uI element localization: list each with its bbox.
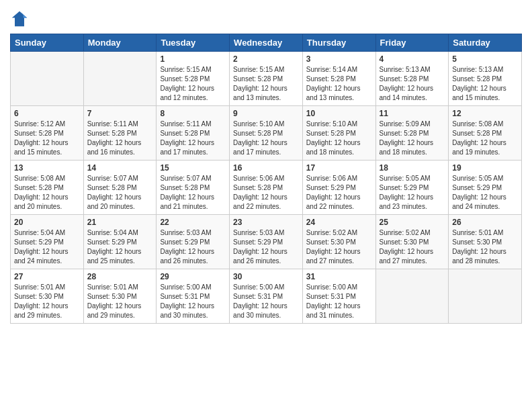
calendar-cell [83,52,157,106]
day-number: 21 [87,218,153,227]
day-number: 11 [380,109,445,118]
day-header-tuesday: Tuesday [157,34,230,52]
week-row-3: 13Sunrise: 5:08 AMSunset: 5:28 PMDayligh… [11,161,522,215]
day-number: 22 [160,218,226,227]
week-row-5: 27Sunrise: 5:01 AMSunset: 5:30 PMDayligh… [11,269,522,324]
day-info: Sunrise: 5:01 AMSunset: 5:30 PMDaylight:… [14,283,80,320]
calendar-cell: 14Sunrise: 5:07 AMSunset: 5:28 PMDayligh… [83,161,157,215]
day-header-saturday: Saturday [449,34,522,52]
calendar-cell [375,269,449,324]
header-row: SundayMondayTuesdayWednesdayThursdayFrid… [11,34,522,52]
day-header-friday: Friday [375,34,449,52]
week-row-4: 20Sunrise: 5:04 AMSunset: 5:29 PMDayligh… [11,215,522,269]
calendar-cell: 27Sunrise: 5:01 AMSunset: 5:30 PMDayligh… [11,269,84,324]
day-info: Sunrise: 5:04 AMSunset: 5:29 PMDaylight:… [14,228,80,266]
day-number: 4 [380,54,445,64]
day-info: Sunrise: 5:01 AMSunset: 5:30 PMDaylight:… [452,228,518,266]
day-info: Sunrise: 5:05 AMSunset: 5:29 PMDaylight:… [380,174,445,212]
day-info: Sunrise: 5:07 AMSunset: 5:28 PMDaylight:… [87,174,153,212]
day-info: Sunrise: 5:12 AMSunset: 5:28 PMDaylight:… [14,120,80,157]
day-number: 14 [87,163,153,173]
svg-marker-0 [12,11,27,26]
day-number: 20 [14,218,80,227]
day-info: Sunrise: 5:15 AMSunset: 5:28 PMDaylight:… [160,65,226,103]
day-info: Sunrise: 5:02 AMSunset: 5:30 PMDaylight:… [380,228,445,266]
calendar-cell: 18Sunrise: 5:05 AMSunset: 5:29 PMDayligh… [375,161,449,215]
calendar-cell: 13Sunrise: 5:08 AMSunset: 5:28 PMDayligh… [11,161,84,215]
page-header [10,7,522,28]
day-number: 13 [14,163,80,173]
calendar-cell: 22Sunrise: 5:03 AMSunset: 5:29 PMDayligh… [157,215,230,269]
day-info: Sunrise: 5:09 AMSunset: 5:28 PMDaylight:… [380,120,445,157]
day-info: Sunrise: 5:02 AMSunset: 5:30 PMDaylight:… [306,228,372,266]
day-header-monday: Monday [83,34,157,52]
day-info: Sunrise: 5:05 AMSunset: 5:29 PMDaylight:… [452,174,518,212]
logo-icon [10,9,29,28]
week-row-1: 1Sunrise: 5:15 AMSunset: 5:28 PMDaylight… [11,52,522,106]
calendar-cell: 2Sunrise: 5:15 AMSunset: 5:28 PMDaylight… [230,52,303,106]
day-number: 2 [233,54,299,64]
calendar-cell: 20Sunrise: 5:04 AMSunset: 5:29 PMDayligh… [11,215,84,269]
calendar-cell: 7Sunrise: 5:11 AMSunset: 5:28 PMDaylight… [83,106,157,161]
day-info: Sunrise: 5:01 AMSunset: 5:30 PMDaylight:… [87,283,153,320]
calendar-cell [449,269,522,324]
day-info: Sunrise: 5:00 AMSunset: 5:31 PMDaylight:… [160,283,226,320]
calendar-cell: 6Sunrise: 5:12 AMSunset: 5:28 PMDaylight… [11,106,84,161]
day-number: 10 [306,109,372,118]
day-info: Sunrise: 5:07 AMSunset: 5:28 PMDaylight:… [160,174,226,212]
day-number: 17 [306,163,372,173]
day-info: Sunrise: 5:10 AMSunset: 5:28 PMDaylight:… [306,120,372,157]
day-number: 26 [452,218,518,227]
day-info: Sunrise: 5:11 AMSunset: 5:28 PMDaylight:… [160,120,226,157]
calendar-cell [11,52,84,106]
day-header-sunday: Sunday [11,34,84,52]
calendar-cell: 17Sunrise: 5:06 AMSunset: 5:29 PMDayligh… [302,161,375,215]
day-info: Sunrise: 5:13 AMSunset: 5:28 PMDaylight:… [380,65,445,103]
calendar-cell: 21Sunrise: 5:04 AMSunset: 5:29 PMDayligh… [83,215,157,269]
calendar-cell: 26Sunrise: 5:01 AMSunset: 5:30 PMDayligh… [449,215,522,269]
calendar-cell: 9Sunrise: 5:10 AMSunset: 5:28 PMDaylight… [230,106,303,161]
calendar-cell: 25Sunrise: 5:02 AMSunset: 5:30 PMDayligh… [375,215,449,269]
day-info: Sunrise: 5:13 AMSunset: 5:28 PMDaylight:… [452,65,518,103]
day-info: Sunrise: 5:00 AMSunset: 5:31 PMDaylight:… [233,283,299,320]
calendar-cell: 19Sunrise: 5:05 AMSunset: 5:29 PMDayligh… [449,161,522,215]
day-number: 6 [14,109,80,118]
day-number: 25 [380,218,445,227]
day-number: 19 [452,163,518,173]
day-info: Sunrise: 5:10 AMSunset: 5:28 PMDaylight:… [233,120,299,157]
day-info: Sunrise: 5:06 AMSunset: 5:29 PMDaylight:… [306,174,372,212]
day-info: Sunrise: 5:03 AMSunset: 5:29 PMDaylight:… [160,228,226,266]
day-header-wednesday: Wednesday [230,34,303,52]
day-number: 5 [452,54,518,64]
day-info: Sunrise: 5:00 AMSunset: 5:31 PMDaylight:… [306,283,372,320]
calendar-cell: 23Sunrise: 5:03 AMSunset: 5:29 PMDayligh… [230,215,303,269]
day-info: Sunrise: 5:14 AMSunset: 5:28 PMDaylight:… [306,65,372,103]
calendar-cell: 30Sunrise: 5:00 AMSunset: 5:31 PMDayligh… [230,269,303,324]
calendar-cell: 5Sunrise: 5:13 AMSunset: 5:28 PMDaylight… [449,52,522,106]
day-number: 15 [160,163,226,173]
day-header-thursday: Thursday [302,34,375,52]
calendar-cell: 24Sunrise: 5:02 AMSunset: 5:30 PMDayligh… [302,215,375,269]
day-number: 12 [452,109,518,118]
day-number: 1 [160,54,226,64]
week-row-2: 6Sunrise: 5:12 AMSunset: 5:28 PMDaylight… [11,106,522,161]
day-number: 18 [380,163,445,173]
day-number: 30 [233,272,299,281]
calendar-cell: 4Sunrise: 5:13 AMSunset: 5:28 PMDaylight… [375,52,449,106]
calendar-cell: 12Sunrise: 5:08 AMSunset: 5:28 PMDayligh… [449,106,522,161]
calendar-cell: 1Sunrise: 5:15 AMSunset: 5:28 PMDaylight… [157,52,230,106]
day-number: 31 [306,272,372,281]
calendar-cell: 28Sunrise: 5:01 AMSunset: 5:30 PMDayligh… [83,269,157,324]
day-number: 29 [160,272,226,281]
day-info: Sunrise: 5:04 AMSunset: 5:29 PMDaylight:… [87,228,153,266]
calendar-cell: 8Sunrise: 5:11 AMSunset: 5:28 PMDaylight… [157,106,230,161]
day-number: 7 [87,109,153,118]
day-info: Sunrise: 5:15 AMSunset: 5:28 PMDaylight:… [233,65,299,103]
calendar-cell: 29Sunrise: 5:00 AMSunset: 5:31 PMDayligh… [157,269,230,324]
day-number: 8 [160,109,226,118]
page-container: SundayMondayTuesdayWednesdayThursdayFrid… [0,0,532,411]
day-number: 3 [306,54,372,64]
calendar-cell: 16Sunrise: 5:06 AMSunset: 5:28 PMDayligh… [230,161,303,215]
day-info: Sunrise: 5:03 AMSunset: 5:29 PMDaylight:… [233,228,299,266]
calendar-cell: 11Sunrise: 5:09 AMSunset: 5:28 PMDayligh… [375,106,449,161]
